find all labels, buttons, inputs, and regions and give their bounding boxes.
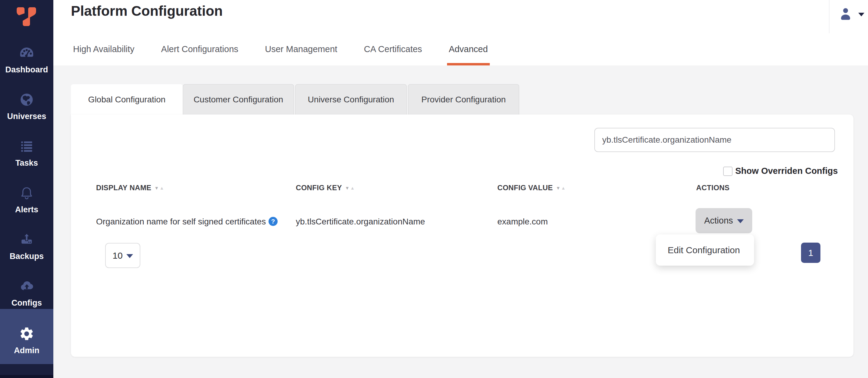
sidebar-item-admin[interactable]: Admin [0, 309, 53, 364]
page-size-dropdown[interactable]: 10 [105, 243, 140, 268]
sidebar-item-alerts[interactable]: Alerts [0, 185, 53, 215]
tab-user-management[interactable]: User Management [252, 33, 351, 65]
help-question-icon[interactable]: ? [269, 217, 278, 226]
sort-icon: ▼▲ [556, 186, 565, 190]
menu-item-edit-configuration[interactable]: Edit Configuration [656, 234, 754, 266]
cell-config-key: yb.tlsCertificate.organizationName [296, 216, 425, 227]
cell-config-value: example.com [497, 216, 548, 227]
sidebar: Dashboard Universes Tasks [0, 0, 53, 378]
tasks-list-icon [19, 138, 35, 154]
tab-high-availability[interactable]: High Availability [60, 33, 148, 65]
user-menu-button[interactable] [838, 5, 868, 25]
sidebar-item-label: Backups [0, 251, 53, 262]
sort-icon: ▼▲ [154, 186, 164, 190]
header-divider [829, 0, 830, 33]
sidebar-item-label: Tasks [0, 158, 53, 168]
page-title: Platform Configuration [71, 2, 223, 20]
column-header-display-name[interactable]: DISPLAY NAME ▼▲ [96, 182, 164, 193]
sidebar-bottom-strip [0, 375, 53, 378]
user-icon [838, 7, 853, 21]
column-header-config-value[interactable]: CONFIG VALUE ▼▲ [497, 182, 565, 193]
config-search-input[interactable] [594, 128, 835, 152]
sidebar-item-label: Admin [0, 345, 53, 355]
sidebar-item-label: Configs [0, 298, 53, 308]
backups-upload-icon [19, 232, 35, 247]
tab-provider-configuration[interactable]: Provider Configuration [408, 84, 519, 114]
sidebar-item-label: Dashboard [0, 65, 53, 75]
column-header-config-key[interactable]: CONFIG KEY ▼▲ [296, 182, 355, 193]
tab-advanced[interactable]: Advanced [435, 33, 501, 65]
cell-display-name: Organization name for self signed certif… [96, 216, 266, 227]
config-scope-tabs: Global Configuration Customer Configurat… [71, 84, 519, 114]
row-actions-button[interactable]: Actions [695, 208, 752, 233]
global-configuration-panel: Show Overriden Configs DISPLAY NAME ▼▲ C… [71, 114, 854, 357]
chevron-down-icon [737, 219, 744, 223]
yugabyte-logo-icon[interactable] [17, 7, 36, 26]
header: Platform Configuration High Availability… [53, 0, 868, 65]
tab-alert-configurations[interactable]: Alert Configurations [148, 33, 252, 65]
sidebar-item-configs[interactable]: Configs [0, 278, 53, 308]
sidebar-item-universes[interactable]: Universes [0, 92, 53, 122]
sidebar-item-label: Alerts [0, 204, 53, 215]
column-header-actions: ACTIONS [696, 182, 730, 193]
tab-customer-configuration[interactable]: Customer Configuration [183, 84, 294, 114]
sidebar-item-backups[interactable]: Backups [0, 232, 53, 262]
sidebar-item-tasks[interactable]: Tasks [0, 138, 53, 168]
admin-gear-icon [19, 326, 35, 342]
sidebar-item-dashboard[interactable]: Dashboard [0, 45, 53, 75]
tab-universe-configuration[interactable]: Universe Configuration [295, 84, 407, 114]
chevron-down-icon [126, 254, 133, 258]
platform-configuration-page: Dashboard Universes Tasks [0, 0, 868, 378]
pagination-page-1-button[interactable]: 1 [801, 243, 820, 263]
actions-dropdown-menu: Edit Configuration [656, 234, 754, 266]
universes-globe-icon [19, 92, 35, 107]
chevron-down-icon [858, 13, 864, 16]
show-overriden-configs-label[interactable]: Show Overriden Configs [735, 166, 838, 176]
tab-ca-certificates[interactable]: CA Certificates [351, 33, 435, 65]
dashboard-gauge-icon [19, 45, 35, 61]
nav-tabs: High Availability Alert Configurations U… [60, 33, 501, 65]
tab-global-configuration[interactable]: Global Configuration [71, 84, 183, 114]
show-overriden-configs-checkbox[interactable] [723, 167, 733, 176]
configs-cloud-icon [19, 278, 35, 294]
alerts-bell-icon [19, 185, 35, 201]
sort-icon: ▼▲ [345, 186, 354, 190]
sidebar-item-label: Universes [0, 111, 53, 122]
